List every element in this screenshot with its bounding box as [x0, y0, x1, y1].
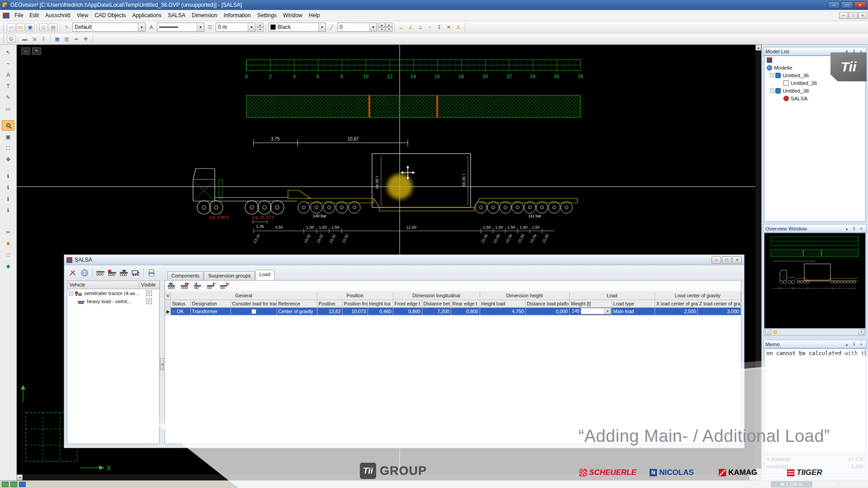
col-position[interactable]: Position	[317, 300, 342, 307]
pen-spinner-2[interactable]: ▲▼	[386, 23, 392, 32]
col-weight[interactable]: Weight [t]	[569, 300, 612, 307]
geovision-home-icon[interactable]: G	[7, 35, 15, 43]
info-tool-1[interactable]: ℹ	[2, 171, 14, 181]
print-button[interactable]: ⎙︎	[39, 23, 48, 31]
consider-checkbox[interactable]	[251, 309, 256, 314]
col-consider-load[interactable]: Consider load for trac	[231, 300, 277, 307]
close-icon[interactable]: ×	[858, 341, 864, 347]
toolbar-grip[interactable]	[3, 23, 5, 31]
collapse-icon[interactable]: −	[69, 291, 73, 296]
vehicle-row-tractor[interactable]: − semitrailer tractor (4-ax... ✓	[67, 289, 159, 297]
toolbar-grip[interactable]	[3, 35, 5, 43]
visible-column-header[interactable]: Visible	[139, 281, 159, 289]
menu-cad-objects[interactable]: CAD Objects	[91, 11, 129, 19]
menu-applications[interactable]: Applications	[129, 11, 165, 19]
pen-icon[interactable]: ╱	[327, 23, 336, 31]
minimize-button[interactable]: ─	[712, 256, 721, 264]
maximize-button[interactable]: □	[841, 1, 853, 9]
dimension-vertical-icon[interactable]: ⊥	[416, 23, 425, 31]
vehicle-load-front-icon[interactable]	[107, 268, 118, 278]
canvas-tool-icon-1[interactable]: ▭	[21, 47, 30, 55]
scroll-down-icon[interactable]: ▼	[755, 469, 761, 474]
tab-suspension-groups[interactable]: Suspension groups	[204, 271, 255, 280]
marker-filled-tool[interactable]: ■	[2, 238, 14, 249]
text-style-icon[interactable]: A	[147, 23, 156, 31]
salsa-titlebar[interactable]: SALSA ─ □ ×	[64, 255, 744, 265]
collapse-left-icon[interactable]: ◄	[160, 358, 164, 370]
train-icon[interactable]	[130, 268, 141, 278]
style-icon[interactable]: ✎	[62, 23, 71, 31]
menu-window[interactable]: Window	[280, 11, 306, 19]
cell-load-type[interactable]: Main load	[612, 307, 655, 315]
cell-reference[interactable]: Center of gravity	[277, 307, 317, 315]
cell-rear-edge[interactable]: 0,800	[451, 307, 480, 315]
add-load-icon[interactable]	[166, 282, 178, 291]
chevron-up-icon[interactable]: ▴	[844, 225, 850, 232]
cell-height-load[interactable]: 0,460	[368, 307, 393, 315]
tree-item-untitled38[interactable]: − Untitled_38	[764, 87, 865, 94]
cell-designation[interactable]: Transformer	[190, 307, 231, 315]
open-file-button[interactable]: 🗁︎	[16, 23, 25, 31]
cell-distance-between[interactable]: 7,200	[422, 307, 451, 315]
menu-settings[interactable]: Settings	[254, 11, 280, 19]
chevron-down-icon[interactable]: ▼	[248, 23, 255, 31]
cell-x-cog[interactable]: 2,500	[655, 307, 698, 315]
panel-splitter[interactable]: ◄	[160, 281, 163, 444]
col-designation[interactable]: Designation	[190, 300, 231, 307]
vehicle-row-trailer[interactable]: heavy load - semit... ✓	[67, 297, 159, 305]
cell-front-edge[interactable]: 0,800	[393, 307, 422, 315]
menu-help[interactable]: Help	[306, 11, 323, 19]
print-preview-button[interactable]: ▤	[49, 23, 57, 31]
menu-file[interactable]: File	[11, 11, 26, 19]
pen-spinner-1[interactable]: ▲▼	[378, 23, 385, 32]
menu-view[interactable]: View	[73, 11, 91, 19]
col-status[interactable]: Status	[170, 300, 190, 307]
probe-tool[interactable]: ◆	[2, 261, 14, 271]
dimension-delete-icon[interactable]: ✕	[444, 23, 453, 31]
minimize-button[interactable]: ─	[828, 1, 840, 9]
chevron-up-icon[interactable]: ▴	[844, 341, 850, 347]
close-button[interactable]: ×	[732, 256, 742, 264]
new-file-button[interactable]: ▭	[7, 23, 15, 31]
tools-icon[interactable]	[67, 268, 78, 278]
cell-position-from[interactable]: 10,073	[342, 307, 368, 315]
scroll-up-icon[interactable]: ▲	[755, 45, 761, 51]
visible-checkbox[interactable]: ✓	[146, 299, 152, 304]
pin-icon[interactable]: ↧	[851, 341, 857, 347]
load-row-transformer[interactable]: ▶ ✓OK Transformer Center of gravity 13,8…	[165, 307, 741, 315]
print-icon[interactable]	[146, 268, 157, 278]
pin-icon[interactable]: ↧	[851, 225, 857, 232]
close-icon[interactable]: ×	[858, 225, 864, 232]
col-reference[interactable]: Reference	[277, 300, 317, 307]
tab-load[interactable]: Load	[255, 270, 274, 280]
cell-height[interactable]: 4,750	[480, 307, 525, 315]
pen-tool[interactable]: ✎	[2, 92, 14, 103]
annotation-tool[interactable]: A	[2, 70, 14, 80]
visible-checkbox[interactable]: ✓	[146, 291, 152, 296]
move-load-right-icon[interactable]	[206, 282, 217, 291]
horizontal-scrollbar[interactable]: ◄ ►	[17, 474, 755, 480]
weight-value[interactable]: 145	[571, 308, 581, 314]
overview-canvas[interactable]	[764, 233, 866, 328]
col-z-cog[interactable]: Z load center of gra	[698, 300, 741, 307]
text-tool[interactable]: T	[2, 81, 14, 91]
color-combo[interactable]: Black ▼	[269, 23, 326, 32]
height-spinner[interactable]: ▲▼	[257, 23, 264, 32]
dimension-edit-icon[interactable]: Δ	[454, 23, 462, 31]
memo-header[interactable]: Memo ▴ ↧ ×	[763, 340, 867, 348]
chevron-down-icon[interactable]: ▼	[318, 23, 326, 31]
pan-hand-icon[interactable]: ✥︎	[81, 35, 90, 43]
zoom-out-button[interactable]: −	[765, 329, 771, 335]
weight-combo[interactable]: 145 ▼	[570, 308, 611, 314]
salsa-dialog[interactable]: SALSA ─ □ × Vehicle	[64, 254, 745, 448]
save-button[interactable]: ▣	[26, 23, 34, 31]
dimension-linear-icon[interactable]: ↔	[397, 23, 406, 31]
measure-icon[interactable]: ⇲︎	[30, 35, 38, 43]
tab-components[interactable]: Components	[167, 271, 203, 280]
grid-icon[interactable]: ▦	[53, 35, 61, 43]
scroll-left-icon[interactable]: ◄	[17, 474, 23, 480]
canvas-tool-icon-2[interactable]: ✎	[32, 47, 41, 55]
menu-ausschnitt[interactable]: Ausschnitt	[42, 11, 73, 19]
load-table[interactable]: ≡ General Position Dimension longitudina…	[165, 292, 741, 315]
style-preset-combo[interactable]: Default ▼	[72, 23, 146, 32]
